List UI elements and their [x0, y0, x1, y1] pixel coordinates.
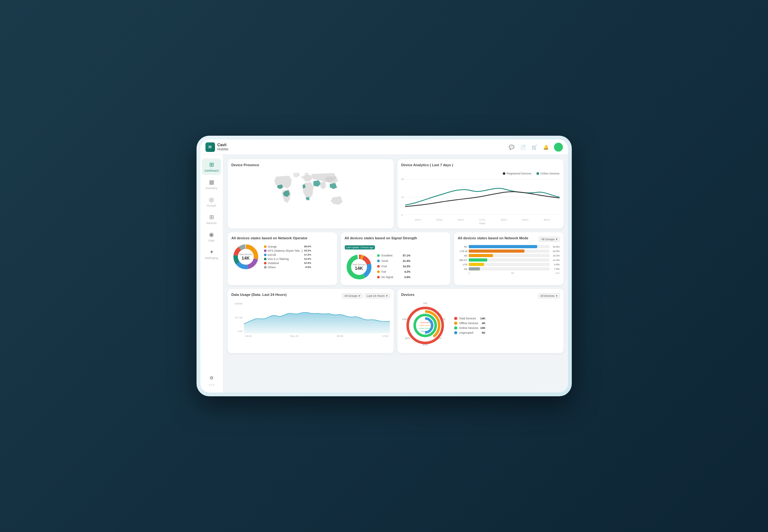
- network-mode-dropdown[interactable]: All Groups ▾: [539, 237, 559, 242]
- y-axis-labels: 2k 1k 0: [401, 176, 404, 218]
- x-06: 06:00: [337, 335, 343, 338]
- signal-legend: Excellent 57.1% Good 21.4%: [377, 254, 411, 280]
- data-usage-card: Data Usage (Data- Last 24 Hours) All Gro…: [228, 289, 394, 353]
- y-label-1k: 1k: [401, 196, 404, 199]
- bar-row-lte: LTE 9.5%: [458, 263, 560, 266]
- signal-good: Good 21.4%: [377, 259, 411, 263]
- poor-pct: 14.3%: [401, 265, 411, 268]
- signal-total-label: Total Devices: [352, 263, 366, 266]
- x-label-7: 20/11: [544, 218, 550, 221]
- data-usage-group-dropdown[interactable]: All Groups ▾: [342, 293, 362, 298]
- bar-track-2g: [469, 267, 550, 270]
- x-axis-title: Days: [405, 222, 560, 225]
- sidebar-item-groups[interactable]: ◎ Groups: [202, 194, 221, 210]
- x-label-5: 18/11: [501, 218, 507, 221]
- data-usage-time-label: Last 24 Hours: [367, 294, 385, 297]
- world-map-svg: [231, 169, 390, 220]
- good-dot: [377, 260, 380, 262]
- devices-legend-online: Online Devices 10K: [454, 326, 486, 330]
- poor-name: Poor: [381, 265, 399, 268]
- registered-dot: [503, 172, 505, 175]
- sidebar-item-devices[interactable]: ⊞ Devices: [202, 211, 221, 227]
- bell-icon[interactable]: 🔔: [543, 144, 550, 151]
- operator-legend: Orange 28.6% MTS (Sistema Shyam Tele...)…: [264, 245, 311, 269]
- analytics-chart-svg: [405, 176, 560, 218]
- legend-row-icecell: IceCell 17.2%: [264, 253, 311, 256]
- bar-row-5g: 5G 42.8%: [458, 245, 560, 248]
- svg-text:Online Devices: Online Devices: [419, 327, 431, 329]
- legend-row-vivo: Vivo S.A./Telemig 13.2%: [264, 257, 311, 261]
- online-count: 10K: [480, 326, 486, 330]
- devices-donut-section: 0% 20% 40% 60% 80% 100%: [401, 302, 560, 349]
- others-label: Others: [268, 266, 276, 269]
- legend-row-vodafone: Vodafone 12.9%: [264, 262, 311, 265]
- bar-label-3g: 3G: [458, 254, 468, 257]
- network-mode-dropdown-label: All Groups: [541, 238, 554, 241]
- vivo-dot: [264, 258, 266, 260]
- chat-icon[interactable]: 💬: [508, 144, 515, 151]
- vodafone-pct: 12.9%: [304, 262, 311, 264]
- device-frame: H Cavii Hubble 💬 📄 🛒 🔔 ⊞ Dashboard: [196, 136, 572, 396]
- app-logo: H: [205, 142, 215, 152]
- devices-legend-offline: Offline Devices 4K: [454, 322, 486, 325]
- signal-title: All devices states based on Signal Stren…: [345, 236, 417, 240]
- bar-x-labels: 0 50 100: [458, 272, 560, 275]
- sidebar-item-data[interactable]: ◉ Data: [202, 228, 221, 245]
- bar-x-0: 0: [469, 272, 470, 275]
- network-mode-card: All devices states based on Network Mode…: [454, 232, 564, 285]
- sidebar-label-groups: Groups: [207, 204, 216, 207]
- legend-row-mts: MTS (Sistema Shyam Tele...) 19.2%: [264, 249, 311, 252]
- x-label-2: 15/11: [436, 218, 443, 221]
- sidebar-item-dashboard[interactable]: ⊞ Dashboard: [202, 159, 221, 175]
- good-pct: 21.4%: [401, 259, 411, 263]
- main-content: Device Presence: [223, 155, 568, 392]
- sidebar-item-inventory[interactable]: ▦ Inventory: [202, 176, 221, 192]
- sidebar-item-netforging[interactable]: ✦ Netforging: [202, 246, 221, 262]
- bar-label-2g: 2G: [458, 268, 468, 270]
- ungrouped-label: Ungrouped: [459, 331, 474, 334]
- signal-total-value: 14K: [352, 266, 366, 271]
- chevron-down-icon-devices: ▾: [556, 294, 558, 297]
- total-label: Total Devices: [459, 317, 477, 320]
- chevron-down-icon-time: ▾: [386, 294, 388, 297]
- signal-header: All devices states based on Signal Stren…: [345, 236, 447, 242]
- fair-dot: [377, 270, 380, 273]
- devices-dropdown[interactable]: All Devices ▾: [538, 293, 560, 298]
- data-usage-time-dropdown[interactable]: Last 24 Hours ▾: [364, 293, 390, 298]
- settings-icon[interactable]: ⚙: [208, 374, 215, 381]
- sidebar-label-data: Data: [208, 239, 214, 242]
- vivo-label: Vivo S.A./Telemig: [268, 257, 289, 261]
- bar-value-lte: 9.5%: [551, 263, 560, 266]
- bar-value-ltem: 34.5%: [551, 250, 560, 253]
- sidebar-bottom: ⚙ 1.2.0: [208, 374, 215, 389]
- bar-label-ltem: LTE-M: [458, 250, 468, 253]
- data-icon: ◉: [209, 231, 214, 238]
- offline-label: Offline Devices: [459, 322, 478, 325]
- top-bar: H Cavii Hubble 💬 📄 🛒 🔔: [200, 140, 568, 155]
- document-icon[interactable]: 📄: [520, 144, 527, 151]
- svg-text:Total Devices: Total Devices: [420, 322, 430, 324]
- chart-legend: Registered Devices Online Devices: [401, 172, 560, 175]
- others-dot: [264, 266, 266, 269]
- good-name: Good: [381, 259, 399, 263]
- signal-donut-label: Total Devices 14K: [352, 263, 366, 271]
- signal-donut-section: Total Devices 14K Excellent 57.1%: [345, 253, 447, 281]
- data-usage-group-label: All Groups: [344, 294, 357, 297]
- signal-fair: Fair 4.2%: [377, 270, 411, 273]
- data-usage-svg: [244, 302, 390, 333]
- fair-name: Fair: [381, 270, 399, 273]
- cart-icon[interactable]: 🛒: [531, 144, 538, 151]
- legend-row-orange: Orange 28.6%: [264, 245, 311, 248]
- top-icons: 💬 📄 🛒 🔔: [508, 143, 563, 152]
- devices-legend-ungrouped: Ungrouped 5K: [454, 331, 486, 334]
- bar-value-nbiot: 11.4%: [551, 259, 560, 262]
- data-usage-title: Data Usage (Data- Last 24 Hours): [231, 293, 287, 297]
- legend-online: Online Devices: [537, 172, 560, 175]
- bar-value-5g: 42.8%: [551, 245, 560, 248]
- operator-donut: Total Devices 14K: [231, 242, 260, 271]
- user-avatar[interactable]: [554, 143, 563, 152]
- bar-track-nbiot: [469, 258, 550, 262]
- x-nov20: Nov 20: [290, 335, 298, 338]
- offline-count: 4K: [482, 322, 486, 325]
- devices-card: Devices All Devices ▾ 0%: [398, 289, 564, 353]
